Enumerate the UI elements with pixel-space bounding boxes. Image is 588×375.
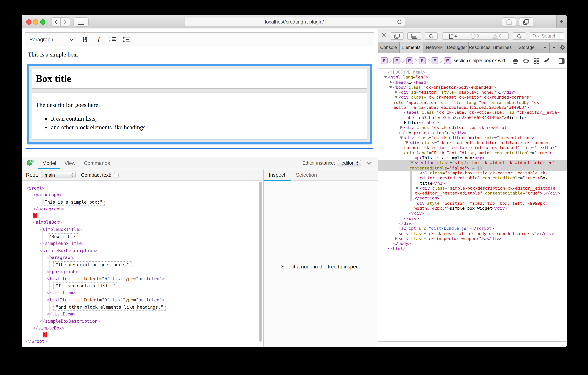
dock-bottom-button[interactable] xyxy=(407,32,421,40)
resource-status-group[interactable]: 4 0 0 xyxy=(442,32,509,40)
model-tree-row[interactable]: <$root> xyxy=(21,185,263,191)
console-prompt[interactable]: › xyxy=(378,341,567,347)
model-tree-row[interactable]: </paragraph> xyxy=(21,206,263,213)
editor-paragraph[interactable]: This is a simple box: xyxy=(28,50,371,59)
wi-tab-add[interactable]: + xyxy=(550,43,558,53)
bulleted-list-button[interactable] xyxy=(120,34,133,45)
editor-instance-select[interactable]: editor xyxy=(338,160,361,166)
wi-tab-elements[interactable]: Elements xyxy=(399,43,423,53)
model-tree-row[interactable]: </listItem> xyxy=(21,289,263,297)
layout-view-button[interactable] xyxy=(534,58,539,64)
inspect-tab-selection[interactable]: Selection xyxy=(291,169,322,180)
model-tree-row[interactable]: ] xyxy=(21,332,263,338)
model-tree-row[interactable]: "The description goes here." xyxy=(21,261,263,268)
dom-tree-node[interactable]: <p>This is a simple box:</p> xyxy=(378,155,567,161)
editor-content[interactable]: This is a simple box: Box title The desc… xyxy=(24,47,374,149)
inspector-tab-view[interactable]: View xyxy=(60,157,80,169)
dom-tree-node[interactable]: <div class="simple-box-description ck-ed… xyxy=(378,186,567,196)
print-dom-button[interactable] xyxy=(512,58,518,64)
show-all-tabs-button[interactable] xyxy=(519,17,533,27)
zoom-window-button[interactable] xyxy=(40,19,45,25)
inspector-tab-model[interactable]: Model xyxy=(38,157,60,169)
dom-tree-node[interactable]: <div class="ck ck-reset_all ck-body ck-r… xyxy=(378,231,567,236)
dom-tree-node[interactable]: <div class="ck-inspector-wrapper">…</div… xyxy=(378,236,567,241)
dom-tree-node[interactable]: <h1 class="simple-box-title ck-editor__e… xyxy=(378,171,567,186)
bold-button[interactable]: B xyxy=(78,34,91,45)
model-tree-row[interactable]: "Box title" xyxy=(21,233,263,240)
reload-button[interactable] xyxy=(397,19,402,25)
close-window-button[interactable] xyxy=(26,19,31,25)
wi-settings-button[interactable] xyxy=(558,43,567,53)
simple-box-title[interactable]: Box title xyxy=(32,69,367,89)
simple-box-description[interactable]: The description goes here. It can contai… xyxy=(32,92,367,140)
dom-tree-node[interactable]: <!DOCTYPE html> xyxy=(378,70,567,75)
dom-tree-node[interactable]: </body> xyxy=(378,241,567,246)
new-tab-button[interactable]: + xyxy=(556,15,567,28)
dom-tree-node[interactable]: <html lang="en"> xyxy=(378,75,567,80)
wi-tab-debugger[interactable]: Debugger xyxy=(446,43,468,53)
close-inspector-button[interactable] xyxy=(381,32,386,38)
model-tree-row[interactable]: </simpleBoxDescription> xyxy=(21,318,263,325)
model-tree-row[interactable]: "This is a simple box:" xyxy=(21,199,263,206)
model-tree-row[interactable]: <paragraph> xyxy=(21,191,263,199)
numbered-list-button[interactable]: 12 xyxy=(106,34,119,45)
forward-button[interactable] xyxy=(60,17,70,27)
element-crumb-icon[interactable]: E xyxy=(406,57,413,64)
dom-tree-node[interactable]: </div> xyxy=(378,216,567,221)
dom-tree-node[interactable]: <body class="ck-inspector-body-expanded"… xyxy=(378,85,567,90)
description-paragraph[interactable]: The description goes here. xyxy=(36,101,363,109)
element-crumb-icon[interactable]: E xyxy=(393,57,400,64)
dom-tree-node[interactable]: <label class="ck ck-label ck-voice-label… xyxy=(378,110,567,125)
model-tree-row[interactable]: </simpleBox> xyxy=(21,325,263,332)
collapse-inspector-button[interactable] xyxy=(366,161,372,165)
inspector-search-field[interactable]: Search xyxy=(529,32,564,40)
dom-tree-node[interactable]: </html> xyxy=(378,246,567,251)
dom-tree-node[interactable]: </div> xyxy=(378,211,567,216)
compact-text-checkbox[interactable] xyxy=(114,173,119,177)
selected-element-crumb[interactable]: section.simple-box.ck-wid… xyxy=(454,58,509,63)
model-tree-row[interactable]: </listItem> xyxy=(21,310,263,318)
model-tree-row[interactable]: <paragraph> xyxy=(21,254,263,261)
inspect-tab-inspect[interactable]: Inspect xyxy=(263,169,291,180)
root-select[interactable]: main xyxy=(41,172,76,178)
model-tree-row[interactable]: </simpleBoxTitle> xyxy=(21,240,263,247)
simple-box-widget[interactable]: Box title The description goes here. It … xyxy=(27,64,372,144)
heading-dropdown[interactable]: Paragraph xyxy=(29,37,74,43)
model-tree-row[interactable]: </$root> xyxy=(21,338,263,345)
dom-tree-node[interactable]: <div class="ck ck-editor__top ck-reset_a… xyxy=(378,125,567,135)
reload-page-button[interactable] xyxy=(425,32,437,40)
model-tree-row[interactable]: <simpleBoxTitle> xyxy=(21,226,263,233)
element-crumb-icon[interactable]: E xyxy=(419,57,426,64)
dom-tree-node[interactable]: <div id="editor" style="display: none;">… xyxy=(378,90,567,95)
sidebar-button[interactable] xyxy=(73,17,88,27)
model-tree-row[interactable]: </paragraph> xyxy=(21,268,263,275)
wi-tab-overflow[interactable]: » xyxy=(540,43,550,53)
element-crumb-icon[interactable]: E xyxy=(444,57,451,64)
share-button[interactable] xyxy=(502,17,516,27)
model-tree-scrollbar[interactable] xyxy=(259,182,262,342)
italic-button[interactable]: I xyxy=(92,34,105,45)
wi-tab-resources[interactable]: Resources xyxy=(468,43,491,53)
list-item[interactable]: It can contain lists, xyxy=(51,114,363,123)
wi-tab-timelines[interactable]: Timelines xyxy=(491,43,513,53)
model-tree-row[interactable]: "and other block elements like headings.… xyxy=(21,304,263,310)
wi-tab-storage[interactable]: Storage xyxy=(513,43,540,53)
model-tree-row[interactable]: <listItem listIndent="0" listType="bulle… xyxy=(21,275,263,282)
show-source-button[interactable] xyxy=(523,58,529,63)
dom-tree-node[interactable]: <div class="ck ck-content ck-editor__edi… xyxy=(378,140,567,155)
back-button[interactable] xyxy=(51,17,60,27)
dom-tree-node[interactable]: </div> xyxy=(378,221,567,226)
dom-tree-node[interactable]: <head>…</head> xyxy=(378,80,567,85)
list-item[interactable]: and other block elements like headings. xyxy=(51,123,363,132)
wi-tab-console[interactable]: Console xyxy=(378,43,399,53)
dom-tree-node[interactable]: <div style="position: fixed; top: 0px; l… xyxy=(378,201,567,211)
detach-inspector-button[interactable] xyxy=(390,32,404,40)
model-tree-row[interactable]: <simpleBoxDescription> xyxy=(21,247,263,254)
details-sidebar-button[interactable] xyxy=(559,58,564,64)
model-tree-row[interactable]: <listItem listIndent="0" listType="bulle… xyxy=(21,297,263,304)
dom-tree-node[interactable]: <div class="ck ck-reset ck-editor ck-rou… xyxy=(378,95,567,110)
dom-tree-node[interactable]: </section> xyxy=(378,196,567,201)
element-crumb-icon[interactable]: E xyxy=(381,57,388,64)
model-tree-row[interactable]: <simpleBox> xyxy=(21,219,263,226)
inspector-tab-commands[interactable]: Commands xyxy=(80,157,114,169)
